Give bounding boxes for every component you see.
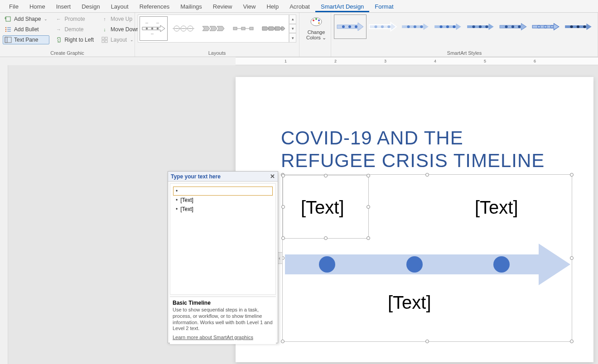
resize-handle[interactable]	[281, 340, 285, 343]
ruler-tick: 6	[534, 59, 536, 63]
horizontal-ruler[interactable]: 1 2 3 4 5 6	[0, 57, 598, 65]
tab-acrobat[interactable]: Acrobat	[284, 1, 315, 12]
timeline-label-3[interactable]: [Text]	[475, 197, 518, 218]
style-polished[interactable]	[497, 14, 530, 39]
tab-layout[interactable]: Layout	[106, 1, 134, 12]
vertical-ruler[interactable]	[0, 65, 8, 364]
layout-circle-accent-timeline[interactable]	[169, 16, 198, 41]
svg-point-53	[387, 25, 390, 28]
move-up-icon: ↑	[101, 15, 108, 23]
text-pane-item-2[interactable]: [Text]	[173, 196, 273, 205]
resize-handle[interactable]	[425, 340, 429, 343]
svg-point-61	[453, 25, 455, 28]
svg-marker-39	[275, 27, 281, 30]
resize-handle[interactable]	[570, 340, 574, 343]
text-pane-item-1[interactable]	[173, 187, 273, 196]
ribbon-tabs: File Home Insert Design Layout Reference…	[0, 0, 598, 13]
svg-point-77	[583, 25, 586, 28]
layout-basic-chevron[interactable]	[199, 16, 227, 41]
text-pane-icon	[5, 36, 12, 43]
text-pane-toggle[interactable]: Text Pane	[3, 35, 49, 44]
text-pane-item-3[interactable]: [Text]	[173, 205, 273, 214]
resize-handle[interactable]	[425, 173, 429, 177]
layout-gallery	[138, 14, 289, 43]
style-moderate-effect[interactable]	[432, 14, 464, 39]
resize-handle[interactable]	[367, 236, 370, 240]
svg-rect-34	[250, 27, 253, 30]
move-down-icon: ↓	[101, 26, 108, 33]
style-white-outline[interactable]	[367, 14, 399, 39]
group-title-create-graphic: Create Graphic	[0, 50, 135, 56]
timeline-label-1[interactable]: [Text]	[301, 197, 344, 218]
resize-handle[interactable]	[367, 205, 370, 209]
tab-view[interactable]: View	[237, 1, 261, 12]
layout-gallery-scroll: ▴ ▾ ▾	[289, 14, 296, 43]
layout-gallery-more[interactable]: ▾	[289, 33, 296, 43]
tab-design[interactable]: Design	[76, 1, 105, 12]
layout-gallery-down[interactable]: ▾	[289, 24, 296, 34]
layout-basic-timeline[interactable]	[140, 16, 168, 41]
smartart-text-pane[interactable]: Type your text here ✕ [Text] [Text] Basi…	[168, 171, 278, 343]
tab-help[interactable]: Help	[261, 1, 284, 12]
text-pane-header[interactable]: Type your text here ✕	[168, 172, 278, 182]
style-cartoon[interactable]	[562, 14, 595, 39]
tab-mailings[interactable]: Mailings	[175, 1, 207, 12]
svg-marker-37	[262, 27, 269, 30]
layout-closed-chevron[interactable]	[259, 16, 287, 41]
svg-point-76	[577, 25, 579, 28]
style-intense-effect[interactable]	[464, 14, 497, 39]
layout-gallery-up[interactable]: ▴	[289, 14, 296, 24]
svg-point-3	[5, 27, 6, 28]
timeline-node-3[interactable]	[493, 256, 510, 273]
change-colors-button[interactable]: Change Colors ⌄	[302, 14, 330, 40]
style-simple-fill[interactable]	[334, 14, 367, 39]
svg-point-18	[157, 28, 159, 30]
promote-icon: ←	[55, 15, 62, 23]
add-bullet-button[interactable]: Add Bullet	[3, 25, 49, 34]
right-to-left-label: Right to Left	[64, 37, 94, 43]
tab-review[interactable]: Review	[207, 1, 238, 12]
timeline-node-2[interactable]	[406, 256, 423, 273]
smartart-graphic[interactable]: ‹ [Text] [Text] [Text]	[282, 174, 572, 342]
style-subtle-effect[interactable]	[399, 14, 432, 39]
resize-handle[interactable]	[281, 205, 285, 209]
tab-format[interactable]: Format	[369, 1, 399, 12]
right-to-left-icon	[55, 36, 62, 43]
timeline-arrow[interactable]	[285, 242, 570, 287]
right-to-left-button[interactable]: Right to Left	[53, 35, 96, 44]
tab-insert[interactable]: Insert	[51, 1, 77, 12]
resize-handle[interactable]	[570, 256, 574, 260]
resize-handle[interactable]	[281, 174, 285, 177]
timeline-label-2[interactable]: [Text]	[388, 292, 431, 313]
close-icon[interactable]: ✕	[270, 173, 275, 180]
ruler-tick: 4	[434, 59, 436, 63]
resize-handle[interactable]	[367, 174, 370, 177]
svg-marker-40	[281, 27, 285, 30]
resize-handle[interactable]	[570, 173, 574, 177]
tab-smartart-design[interactable]: SmartArt Design	[315, 1, 369, 12]
text-pane-item-3-text[interactable]: [Text]	[180, 206, 193, 212]
change-colors-label: Change Colors ⌄	[302, 29, 330, 40]
timeline-node-1[interactable]	[319, 256, 335, 273]
svg-marker-38	[269, 27, 275, 30]
resize-handle[interactable]	[324, 174, 328, 177]
document-page[interactable]: COVID-19 AND THE REFUGEE CRISIS TIMELINE…	[236, 77, 593, 362]
add-shape-button[interactable]: Add Shape	[3, 14, 49, 24]
text-pane-item-2-text[interactable]: [Text]	[180, 197, 193, 203]
ribbon: Add Shape Add Bullet Text Pane ← Promote	[0, 13, 598, 57]
svg-point-63	[472, 25, 475, 28]
resize-handle[interactable]	[281, 236, 285, 240]
layout-icon	[101, 36, 108, 43]
tab-references[interactable]: References	[134, 1, 175, 12]
tab-file[interactable]: File	[4, 1, 24, 12]
svg-point-75	[570, 25, 573, 28]
svg-point-17	[151, 28, 154, 30]
layout-chevron-accent[interactable]	[229, 16, 257, 41]
style-inset[interactable]	[530, 14, 562, 39]
resize-handle[interactable]	[324, 236, 328, 240]
demote-icon: →	[55, 26, 62, 33]
svg-point-42	[313, 19, 314, 21]
text-pane-info-link[interactable]: Learn more about SmartArt graphics	[173, 335, 253, 340]
tab-home[interactable]: Home	[24, 1, 51, 12]
group-change-colors: Change Colors ⌄	[299, 13, 331, 57]
